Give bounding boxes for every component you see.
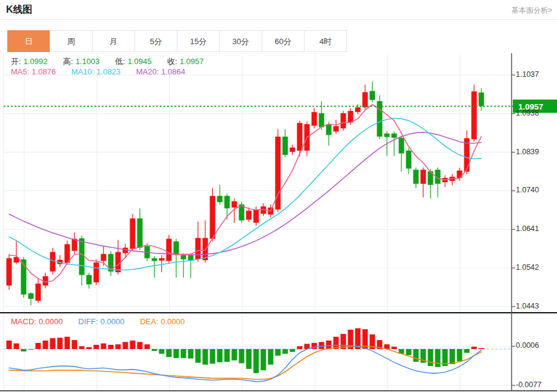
- ma5-value: 1.0876: [31, 67, 56, 76]
- axis-tick-label: 1.0938: [516, 109, 539, 117]
- close-value: 1.0957: [180, 57, 204, 66]
- dea-value: 0.0000: [161, 317, 185, 326]
- tab-月[interactable]: 月: [92, 30, 135, 52]
- tab-15分[interactable]: 15分: [177, 30, 220, 52]
- axis-tick-label: 1.0641: [516, 224, 539, 233]
- axis-tick-label: 0.0006: [516, 341, 539, 350]
- diff-value: 0.0000: [101, 317, 125, 326]
- tab-周[interactable]: 周: [50, 30, 93, 52]
- macd-readout: MACD:0.0000 DIFF:0.0000 DEA:0.0000: [11, 317, 187, 326]
- ma20-value: 1.0864: [161, 67, 185, 76]
- ma10-value: 1.0823: [96, 67, 120, 76]
- open-label: 开:: [11, 57, 21, 66]
- ma5-label: MA5:: [11, 67, 29, 76]
- interval-tabs: 日周月5分15分30分60分4时: [7, 30, 347, 52]
- open-value: 1.0992: [24, 57, 48, 66]
- tab-60分[interactable]: 60分: [262, 30, 305, 52]
- low-value: 1.0945: [128, 57, 152, 66]
- axis-tick-label: 1.0542: [516, 263, 539, 272]
- macd-histogram: [7, 328, 484, 373]
- candlestick-series: [7, 82, 484, 305]
- tab-5分[interactable]: 5分: [134, 30, 177, 52]
- tab-4时[interactable]: 4时: [304, 30, 347, 52]
- tab-30分[interactable]: 30分: [219, 30, 262, 52]
- close-label: 收:: [167, 57, 177, 66]
- macd-label: MACD:: [11, 317, 36, 326]
- ohlc-readout: 开:1.0992 高:1.1003 低:1.0945 收:1.0957: [11, 56, 206, 67]
- macd-value: 0.0000: [39, 317, 63, 326]
- axis-tick-label: 1.0740: [516, 186, 539, 194]
- axis-tick-label: -0.0077: [516, 381, 541, 389]
- ma20-label: MA20:: [136, 67, 159, 76]
- high-value: 1.1003: [76, 57, 100, 66]
- ma-readout: MA5:1.0876 MA10:1.0823 MA20:1.0864: [11, 67, 188, 76]
- axis-tick-label: 1.0443: [516, 302, 539, 310]
- high-label: 高:: [63, 57, 73, 66]
- diff-label: DIFF:: [78, 317, 98, 326]
- dea-label: DEA:: [140, 317, 158, 326]
- axis-tick-label: 1.0839: [516, 148, 539, 156]
- axis-tick-label: 1.1037: [516, 70, 539, 79]
- tab-日[interactable]: 日: [7, 30, 50, 52]
- low-label: 低:: [115, 57, 125, 66]
- ma10-label: MA10:: [71, 67, 94, 76]
- kline-page: K线图 基本面分析> 日周月5分15分30分60分4时 1.0957 开:1.0…: [0, 0, 557, 392]
